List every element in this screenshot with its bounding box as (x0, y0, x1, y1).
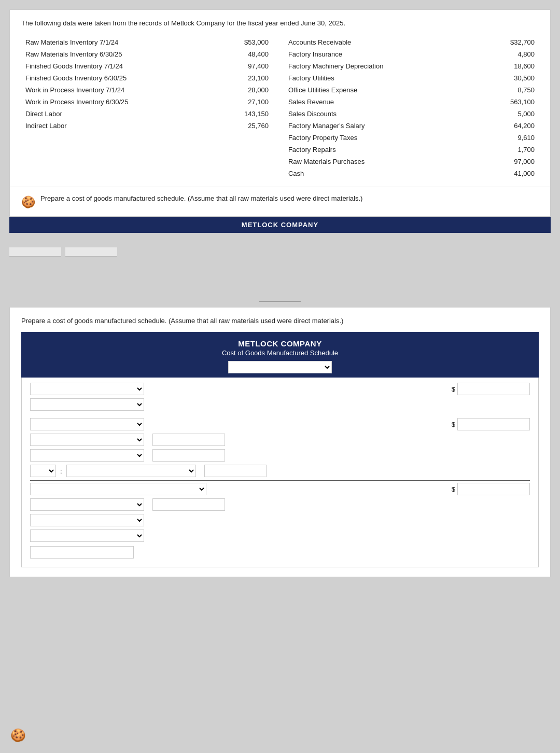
form-row-1: $ (30, 383, 530, 395)
date-dropdown[interactable] (228, 361, 332, 373)
row3-input[interactable] (457, 418, 530, 430)
right-value-1: 4,800 (465, 48, 539, 60)
date-dropdown-row[interactable] (21, 361, 539, 373)
lower-prepare-note: Prepare a cost of goods manufactured sch… (21, 317, 539, 325)
row8-input[interactable] (152, 498, 225, 511)
schedule-form: $ $ (21, 378, 539, 567)
right-value-9: 1,700 (465, 144, 539, 156)
row5-input[interactable] (152, 449, 225, 462)
left-label-10 (21, 156, 210, 168)
navy-bar: METLOCK COMPANY (9, 217, 551, 233)
right-value-0: $32,700 (465, 36, 539, 48)
left-label-4: Work in Process Inventory 7/1/24 (21, 84, 210, 96)
form-row-7: $ (30, 483, 530, 495)
dollar-sign-3: $ (452, 485, 455, 493)
form-row-6: : (30, 465, 530, 477)
left-label-2: Finished Goods Inventory 7/1/24 (21, 60, 210, 72)
right-value-8: 9,610 (465, 132, 539, 144)
prepare-note-text: Prepare a cost of goods manufactured sch… (40, 194, 362, 202)
data-table: Raw Materials Inventory 7/1/24 $53,000 A… (21, 36, 539, 179)
left-label-6: Direct Labor (21, 108, 210, 120)
form-row-8 (30, 498, 530, 511)
left-label-3: Finished Goods Inventory 6/30/25 (21, 72, 210, 84)
form-row-bottom (30, 546, 530, 559)
row6-input[interactable] (204, 465, 267, 477)
left-value-6: 143,150 (210, 108, 284, 120)
right-value-2: 18,600 (465, 60, 539, 72)
dollar-sign-2: $ (452, 421, 455, 428)
right-label-11: Cash (284, 168, 465, 179)
divider-line-1 (30, 480, 530, 481)
left-value-4: 28,000 (210, 84, 284, 96)
top-data-section: The following data were taken from the r… (9, 9, 551, 187)
row6-dropdown-b[interactable] (66, 465, 196, 477)
row1-input[interactable] (457, 383, 530, 395)
lower-section: Prepare a cost of goods manufactured sch… (9, 307, 551, 577)
schedule-title: Cost of Goods Manufactured Schedule (21, 349, 539, 357)
right-label-3: Factory Utilities (284, 72, 465, 84)
left-value-7: 25,760 (210, 120, 284, 132)
right-value-6: 5,000 (465, 108, 539, 120)
left-label-7: Indirect Labor (21, 120, 210, 132)
metlock-header: METLOCK COMPANY Cost of Goods Manufactur… (21, 332, 539, 378)
cookie-icon-bottom: 🍪 (10, 728, 26, 743)
row5-dropdown[interactable] (30, 449, 144, 462)
dollar-sign-1: $ (452, 385, 455, 393)
left-label-5: Work in Process Inventory 6/30/25 (21, 96, 210, 108)
row4-input[interactable] (152, 434, 225, 446)
right-label-2: Factory Machinery Depreciation (284, 60, 465, 72)
left-value-1: 48,400 (210, 48, 284, 60)
navy-bar-text: METLOCK COMPANY (242, 221, 318, 229)
top-lines (9, 247, 551, 257)
form-row-5 (30, 449, 530, 462)
right-label-4: Office Utilities Expense (284, 84, 465, 96)
right-label-9: Factory Repairs (284, 144, 465, 156)
right-label-10: Raw Materials Purchases (284, 156, 465, 168)
left-value-10 (210, 156, 284, 168)
right-value-11: 41,000 (465, 168, 539, 179)
row1-dropdown[interactable] (30, 383, 144, 395)
row8-dropdown[interactable] (30, 498, 144, 511)
left-value-9 (210, 144, 284, 156)
right-value-5: 563,100 (465, 96, 539, 108)
row3-dropdown[interactable] (30, 418, 144, 430)
right-label-0: Accounts Receivable (284, 36, 465, 48)
row7-dropdown[interactable] (30, 483, 206, 495)
left-label-0: Raw Materials Inventory 7/1/24 (21, 36, 210, 48)
row4-dropdown[interactable] (30, 434, 144, 446)
row9-dropdown[interactable] (30, 514, 144, 526)
right-value-3: 30,500 (465, 72, 539, 84)
left-value-5: 27,100 (210, 96, 284, 108)
right-label-7: Factory Manager's Salary (284, 120, 465, 132)
cookie-icon: 🍪 (21, 196, 35, 209)
right-label-8: Factory Property Taxes (284, 132, 465, 144)
form-row-4 (30, 434, 530, 446)
right-value-10: 97,000 (465, 156, 539, 168)
center-dash (0, 301, 560, 302)
left-value-3: 23,100 (210, 72, 284, 84)
line-item-2 (65, 247, 117, 257)
left-label-1: Raw Materials Inventory 6/30/25 (21, 48, 210, 60)
line-item-1 (9, 247, 61, 257)
intro-text: The following data were taken from the r… (21, 19, 539, 27)
right-value-7: 64,200 (465, 120, 539, 132)
left-label-9 (21, 144, 210, 156)
row7-input[interactable] (457, 483, 530, 495)
left-label-8 (21, 132, 210, 144)
row6-dropdown-a[interactable] (30, 465, 56, 477)
right-label-5: Sales Revenue (284, 96, 465, 108)
form-row-10 (30, 529, 530, 542)
company-name: METLOCK COMPANY (21, 339, 539, 348)
row10-dropdown[interactable] (30, 529, 144, 542)
right-value-4: 8,750 (465, 84, 539, 96)
colon-label: : (60, 467, 62, 475)
bottom-input[interactable] (30, 546, 134, 559)
prepare-note-top: 🍪 Prepare a cost of goods manufactured s… (9, 187, 551, 217)
left-label-11 (21, 168, 210, 179)
right-label-1: Factory Insurance (284, 48, 465, 60)
form-row-3: $ (30, 418, 530, 430)
left-value-0: $53,000 (210, 36, 284, 48)
left-value-11 (210, 168, 284, 179)
left-value-2: 97,400 (210, 60, 284, 72)
row2-dropdown[interactable] (30, 398, 144, 411)
